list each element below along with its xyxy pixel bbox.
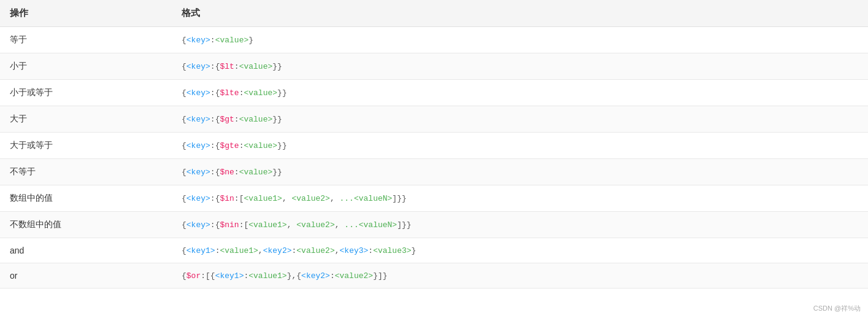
operation-cell: and [0, 238, 172, 263]
table-row: 小于或等于{<key>:{$lte:<value>}} [0, 80, 868, 106]
format-cell: {<key>:{$ne:<value>}} [172, 159, 868, 185]
format-cell: {<key>:{$gt:<value>}} [172, 106, 868, 133]
table-row: 等于{<key>:<value>} [0, 27, 868, 53]
table-row: and{<key1>:<value1>,<key2>:<value2>,<key… [0, 238, 868, 263]
operation-cell: 小于 [0, 53, 172, 80]
table-row: 大于{<key>:{$gt:<value>}} [0, 106, 868, 133]
table-row: or{$or:[{<key1>:<value1>},{<key2>:<value… [0, 263, 868, 289]
format-cell: {<key>:{$gte:<value>}} [172, 133, 868, 159]
operation-cell: 小于或等于 [0, 80, 172, 106]
format-cell: {<key>:{$in:[<value1>, <value2>, ...<val… [172, 185, 868, 212]
table-row: 大于或等于{<key>:{$gte:<value>}} [0, 133, 868, 159]
header-format: 格式 [172, 0, 868, 27]
operations-table: 操作 格式 等于{<key>:<value>}小于{<key>:{$lt:<va… [0, 0, 868, 289]
table-container: 操作 格式 等于{<key>:<value>}小于{<key>:{$lt:<va… [0, 0, 868, 289]
format-cell: {<key>:{$lt:<value>}} [172, 53, 868, 80]
operation-cell: 不等于 [0, 159, 172, 185]
operation-cell: 数组中的值 [0, 185, 172, 212]
operation-cell: or [0, 263, 172, 289]
header-operation: 操作 [0, 0, 172, 27]
watermark: CSDN @祥%动 [813, 304, 861, 313]
format-cell: {<key1>:<value1>,<key2>:<value2>,<key3>:… [172, 238, 868, 263]
format-cell: {<key>:<value>} [172, 27, 868, 53]
format-cell: {$or:[{<key1>:<value1>},{<key2>:<value2>… [172, 263, 868, 289]
table-row: 数组中的值{<key>:{$in:[<value1>, <value2>, ..… [0, 185, 868, 212]
table-row: 不等于{<key>:{$ne:<value>}} [0, 159, 868, 185]
format-cell: {<key>:{$lte:<value>}} [172, 80, 868, 106]
table-header-row: 操作 格式 [0, 0, 868, 27]
operation-cell: 不数组中的值 [0, 212, 172, 238]
format-cell: {<key>:{$nin:[<value1>, <value2>, ...<va… [172, 212, 868, 238]
operation-cell: 等于 [0, 27, 172, 53]
table-row: 不数组中的值{<key>:{$nin:[<value1>, <value2>, … [0, 212, 868, 238]
table-row: 小于{<key>:{$lt:<value>}} [0, 53, 868, 80]
operation-cell: 大于或等于 [0, 133, 172, 159]
operation-cell: 大于 [0, 106, 172, 133]
